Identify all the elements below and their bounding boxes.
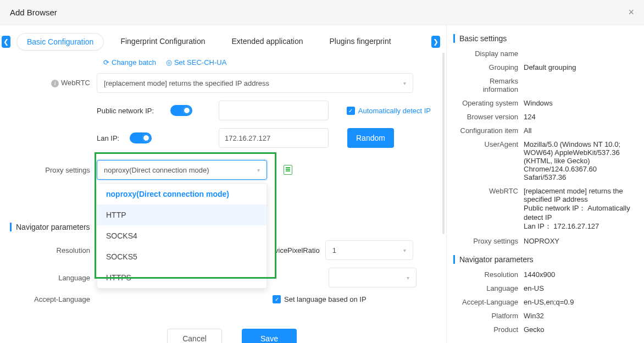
resolution-label: Resolution xyxy=(33,246,97,255)
proxy-option-noproxy[interactable]: noproxy(Direct connection mode) xyxy=(97,184,267,204)
tab-extended-application[interactable]: Extended application xyxy=(222,33,313,51)
info-icon: i xyxy=(51,80,59,87)
left-panel: ❮ Basic Configuration Fingerprint Config… xyxy=(0,25,446,343)
webrtc-info-label: WebRTC xyxy=(453,187,524,231)
close-icon[interactable]: × xyxy=(628,7,634,18)
language-info-label: Language xyxy=(453,284,524,292)
accept-language-info-label: Accept-Language xyxy=(453,298,524,306)
language-info-value: en-US xyxy=(524,284,634,292)
change-batch-link[interactable]: ⟳ Change batch xyxy=(103,58,156,67)
display-name-value xyxy=(524,49,634,58)
device-pixel-ratio-select[interactable]: 1 ▾ xyxy=(325,240,413,260)
platform-info-value: Win32 xyxy=(524,312,634,320)
public-ip-toggle[interactable] xyxy=(170,105,192,116)
public-ip-input[interactable] xyxy=(219,101,329,120)
scrollbar[interactable] xyxy=(442,53,445,234)
lan-ip-toggle[interactable] xyxy=(130,132,152,143)
target-icon: ◎ xyxy=(166,58,172,67)
proxy-option-socks4[interactable]: SOCKS4 xyxy=(97,225,267,246)
webrtc-label: iWebRTC xyxy=(33,79,97,87)
basic-settings-header: Basic settings xyxy=(453,34,634,43)
set-sec-ch-ua-link[interactable]: ◎ Set SEC-CH-UA xyxy=(166,58,226,67)
proxy-info-label: Proxy settings xyxy=(453,237,524,245)
remarks-value xyxy=(524,77,634,93)
resolution-info-label: Resolution xyxy=(453,270,524,279)
useragent-value: Mozilla/5.0 (Windows NT 10.0; WOW64) App… xyxy=(524,140,634,181)
tabs-next-button[interactable]: ❯ xyxy=(431,36,440,48)
checkmark-icon: ✓ xyxy=(347,107,355,115)
checkmark-icon: ✓ xyxy=(273,295,281,303)
tab-bar: ❮ Basic Configuration Fingerprint Config… xyxy=(0,25,442,58)
public-ip-label: Public network IP: xyxy=(97,107,165,115)
resolution-info-value: 1440x900 xyxy=(524,270,634,279)
proxy-option-socks5[interactable]: SOCKS5 xyxy=(97,246,267,267)
right-panel: Basic settings Display name GroupingDefa… xyxy=(446,25,644,343)
proxy-option-https[interactable]: HTTPS xyxy=(97,267,267,288)
display-name-label: Display name xyxy=(453,49,524,58)
platform-info-label: Platform xyxy=(453,312,524,320)
config-item-label: Configuration item xyxy=(453,126,524,135)
os-label: Operating system xyxy=(453,99,524,107)
navigator-parameters-info-header: Navigator parameters xyxy=(453,255,634,264)
tab-basic-configuration[interactable]: Basic Configuration xyxy=(16,33,104,51)
webrtc-select[interactable]: [replacement mode] returns the specified… xyxy=(97,73,413,93)
language-select[interactable]: ▾ xyxy=(329,268,417,287)
webrtc-info-value: [replacement mode] returns the specified… xyxy=(524,187,634,231)
proxy-option-http[interactable]: HTTP xyxy=(97,204,267,225)
lan-ip-input[interactable] xyxy=(219,128,329,148)
chevron-down-icon: ▾ xyxy=(403,80,406,86)
proxy-dropdown: noproxy(Direct connection mode) HTTP SOC… xyxy=(97,183,267,289)
set-language-based-on-ip-checkbox[interactable]: ✓ Set language based on IP xyxy=(273,295,367,303)
os-value: Windows xyxy=(524,99,634,107)
grouping-label: Grouping xyxy=(453,63,524,71)
cancel-button[interactable]: Cancel xyxy=(167,329,222,343)
grouping-value: Default grouping xyxy=(524,63,634,71)
modal-title: Add Browser xyxy=(10,8,57,17)
tabs-prev-button[interactable]: ❮ xyxy=(2,36,10,48)
accept-language-info-value: en-US,en;q=0.9 xyxy=(524,298,634,306)
lan-ip-label: Lan IP: xyxy=(97,134,124,142)
device-pixel-ratio-label: vicePixelRatio xyxy=(275,246,320,255)
auto-detect-ip-checkbox[interactable]: ✓ Automatically detect IP xyxy=(347,107,431,115)
chevron-down-icon: ▾ xyxy=(403,247,406,253)
language-label: Language xyxy=(33,274,97,282)
browser-version-label: Browser version xyxy=(453,113,524,121)
tab-fingerprint-configuration[interactable]: Fingerprint Configuration xyxy=(110,33,215,51)
useragent-label: UserAgent xyxy=(453,140,524,181)
save-button[interactable]: Save xyxy=(242,329,297,343)
proxy-info-value: NOPROXY xyxy=(524,237,634,245)
refresh-icon: ⟳ xyxy=(103,58,109,67)
proxy-select[interactable]: noproxy(Direct connection mode) ▾ xyxy=(97,160,267,180)
browser-version-value: 124 xyxy=(524,113,634,121)
product-info-value: Gecko xyxy=(524,325,634,334)
remarks-label: Remarks information xyxy=(453,77,524,93)
proxy-settings-label: Proxy settings xyxy=(33,166,97,174)
chevron-down-icon: ▾ xyxy=(407,275,409,281)
config-item-value: All xyxy=(524,126,634,135)
chevron-down-icon: ▾ xyxy=(257,167,260,173)
product-info-label: Product xyxy=(453,325,524,334)
modal-header: Add Browser × xyxy=(0,0,644,25)
random-button[interactable]: Random xyxy=(347,128,394,148)
accept-language-label: Accept-Language xyxy=(33,295,97,303)
tab-plugins-fingerprint[interactable]: Plugins fingerprint xyxy=(320,33,401,51)
document-icon[interactable] xyxy=(284,165,292,175)
